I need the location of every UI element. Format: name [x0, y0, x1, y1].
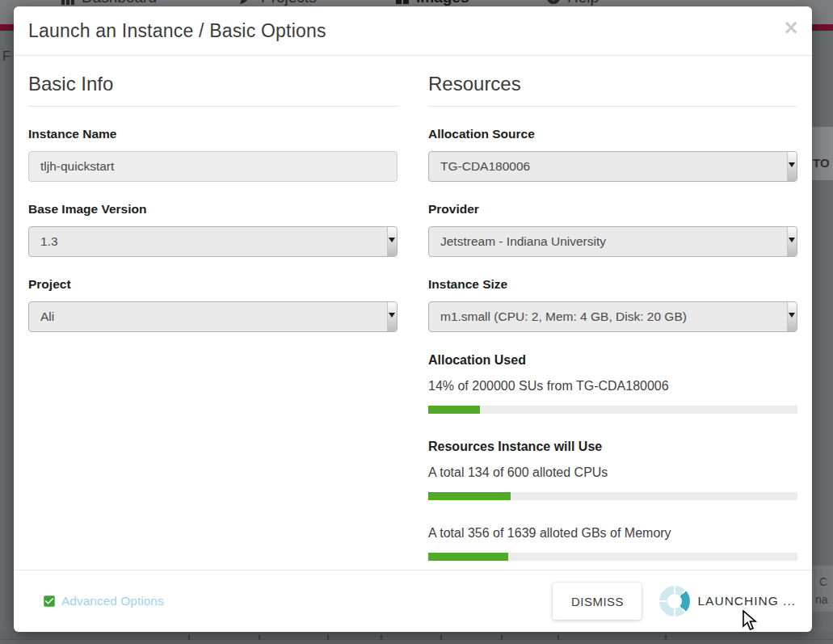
modal-header: Launch an Instance / Basic Options ×: [14, 6, 812, 56]
check-box-icon: [42, 594, 57, 608]
provider-label: Provider: [428, 202, 797, 217]
memory-usage-progressbar: [428, 553, 797, 561]
modal-body: Basic Info Instance Name Base Image Vers…: [14, 56, 812, 570]
provider-select[interactable]: Jetstream - Indiana University: [428, 226, 797, 257]
allocation-used-heading: Allocation Used: [428, 353, 797, 368]
chevron-down-icon: [389, 238, 395, 242]
nav-item-images: Images: [395, 0, 469, 6]
chevron-down-icon: [789, 162, 795, 167]
pencil-icon: [238, 0, 255, 6]
selected-value: 1.3: [40, 234, 377, 249]
allocation-used-text: 14% of 200000 SUs from TG-CDA180006: [428, 379, 797, 394]
advanced-options-link[interactable]: Advanced Options: [42, 594, 164, 608]
bar-chart-icon: [61, 0, 75, 5]
chevron-down-icon: [389, 313, 395, 318]
svg-text:?: ?: [551, 0, 557, 2]
cpu-usage-text: A total 134 of 600 alloted CPUs: [428, 465, 797, 480]
background-text-fragment: na: [815, 593, 828, 606]
background-text-fragment: TO: [813, 156, 830, 170]
background-panel-fragment: TO: [812, 127, 833, 180]
nav-item-projects: Projects: [238, 0, 317, 6]
basic-info-column: Basic Info Instance Name Base Image Vers…: [28, 56, 398, 570]
instance-name-input[interactable]: [28, 151, 398, 182]
nav-label: Dashboard: [82, 0, 157, 6]
progress-fill: [428, 406, 480, 414]
nav-label: Help: [567, 0, 599, 6]
instance-name-label: Instance Name: [28, 127, 398, 141]
chevron-down-icon: [789, 313, 795, 318]
basic-info-heading: Basic Info: [28, 73, 398, 107]
modal-title: Launch an Instance / Basic Options: [28, 20, 326, 42]
allocation-used-progressbar: [428, 406, 797, 414]
instance-will-use-heading: Resources Instance will Use: [428, 440, 797, 454]
selected-value: TG-CDA180006: [440, 159, 777, 174]
instance-size-select[interactable]: m1.small (CPU: 2, Mem: 4 GB, Disk: 20 GB…: [428, 301, 797, 332]
close-icon[interactable]: ×: [783, 18, 799, 37]
text-fragment-mark: [665, 635, 667, 640]
resources-heading: Resources: [428, 73, 797, 107]
project-select[interactable]: Ali: [28, 301, 398, 332]
mouse-cursor: [742, 610, 759, 631]
background-panel-fragment: C na: [812, 566, 833, 612]
text-fragment-mark: [259, 635, 260, 640]
background-text-fragment: C: [819, 575, 827, 588]
allocation-source-select[interactable]: TG-CDA180006: [428, 151, 797, 182]
text-fragment-mark: [327, 635, 329, 640]
text-fragment-mark: [381, 635, 382, 640]
selected-value: Jetstream - Indiana University: [440, 234, 777, 249]
cpu-usage-progressbar: [428, 492, 797, 500]
launching-button[interactable]: LAUNCHING ...: [659, 586, 796, 617]
resources-column: Resources Allocation Source TG-CDA180006…: [428, 56, 797, 570]
background-text-fragment: F: [2, 48, 11, 65]
progress-fill: [428, 553, 508, 561]
chevron-down-icon: [789, 238, 795, 242]
grid-icon: [395, 0, 410, 5]
advanced-options-label: Advanced Options: [61, 594, 164, 608]
text-fragment-mark: [188, 635, 190, 640]
project-label: Project: [28, 277, 398, 292]
base-image-version-select[interactable]: 1.3: [28, 226, 398, 257]
selected-value: m1.small (CPU: 2, Mem: 4 GB, Disk: 20 GB…: [440, 309, 777, 324]
memory-usage-text: A total 356 of 1639 alloted GBs of Memor…: [428, 526, 797, 541]
instance-size-label: Instance Size: [428, 277, 797, 292]
nav-item-help: ? Help: [546, 0, 599, 6]
launching-label: LAUNCHING ...: [697, 594, 796, 608]
selected-value: Ali: [40, 309, 377, 324]
question-circle-icon: ?: [546, 0, 561, 5]
nav-label: Projects: [261, 0, 317, 6]
allocation-source-label: Allocation Source: [428, 127, 797, 141]
dismiss-button[interactable]: DISMISS: [553, 583, 642, 620]
launch-instance-modal: Launch an Instance / Basic Options × Bas…: [14, 6, 812, 632]
base-image-version-label: Base Image Version: [28, 202, 398, 217]
loading-spinner-icon: [659, 586, 690, 617]
background-table-fragment: [0, 632, 833, 644]
text-fragment-mark: [440, 635, 442, 640]
nav-item-dashboard: Dashboard: [61, 0, 157, 6]
nav-label: Images: [416, 0, 469, 6]
text-fragment-mark: [557, 635, 559, 640]
modal-footer: Advanced Options DISMISS LAUNCHING ...: [14, 570, 812, 632]
progress-fill: [428, 492, 511, 500]
text-fragment-mark: [501, 635, 503, 640]
divider: [0, 639, 833, 640]
